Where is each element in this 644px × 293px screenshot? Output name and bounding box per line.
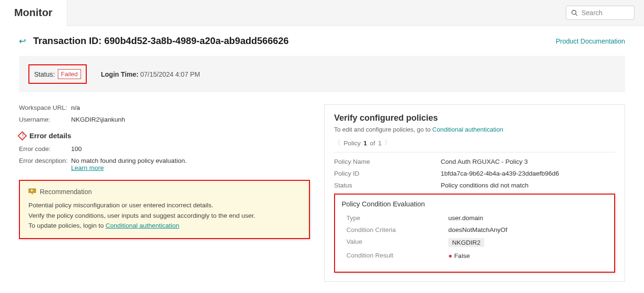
status-block-highlight: Status: Failed [28,64,87,84]
learn-more-link[interactable]: Learn more [71,164,104,171]
eval-criteria-value: doesNotMatchAnyOf [448,226,508,233]
page-section-title: Monitor [0,0,67,26]
error-desc-label: Error description: [19,157,71,171]
transaction-id-value: 690b4d52-3a8b-4989-a20a-ab9add566626 [104,36,289,46]
recommendation-box: Recommendation Potential policy misconfi… [19,180,310,239]
status-dot-icon: ● [448,252,452,259]
login-time-value: 07/15/2024 4:07 PM [140,71,200,78]
policy-name-value: Cond Auth RGUXAC - Policy 3 [441,158,528,165]
error-details-heading-text: Error details [29,132,71,140]
workspace-url-label: Workspace URL: [19,104,71,111]
policy-name-label: Policy Name [334,158,441,165]
pager-current: 1 [363,140,367,147]
pager-mid: of [370,140,375,147]
svg-line-1 [576,14,578,16]
eval-type-label: Type [346,214,448,222]
login-time: Login Time: 07/15/2024 4:07 PM [101,71,200,78]
recommendation-heading: Recommendation [40,188,92,195]
search-input[interactable] [581,9,629,17]
status-label: Status: [34,71,55,78]
policy-id-value: 1bfda7ca-9b62-4b4a-a439-23ddaefb96d6 [441,170,559,177]
verify-policies-subtitle: To edit and configure policies, go to Co… [334,126,615,133]
username-label: Username: [19,116,71,123]
status-bar: Status: Failed Login Time: 07/15/2024 4:… [19,56,625,92]
verify-policies-title: Verify configured policies [334,113,615,123]
chevron-left-icon[interactable]: 〈 [334,139,341,147]
recommendation-icon [28,188,36,195]
transaction-id-prefix: Transaction ID: [33,36,104,46]
search-wrapper[interactable] [566,6,635,20]
recommendation-line3-prefix: To update policies, login to [28,222,106,229]
product-documentation-link[interactable]: Product Documentation [556,37,625,45]
workspace-url-value: n/a [71,104,80,111]
error-code-value: 100 [71,145,82,152]
error-code-label: Error code: [19,145,71,152]
topbar: Monitor [0,0,644,26]
policy-condition-evaluation-box: Policy Condition Evaluation Type user.do… [334,194,615,273]
error-desc-text: No match found during policy evaluation. [71,157,187,164]
username-value: NKGDIR2\jiankunh [71,116,125,123]
search-icon [571,9,578,16]
conditional-auth-link-2[interactable]: Conditional authentication [432,126,503,133]
back-icon[interactable]: ↩ [19,36,26,46]
status-badge: Failed [58,69,81,79]
error-icon [18,131,27,141]
chevron-right-icon[interactable]: 〉 [384,139,391,147]
left-column: Workspace URL: n/a Username: NKGDIR2\jia… [19,104,310,282]
eval-value-label: Value [346,238,448,247]
error-details-heading: Error details [19,132,310,140]
verify-policies-subtitle-prefix: To edit and configure policies, go to [334,126,432,133]
page-title: Transaction ID: 690b4d52-3a8b-4989-a20a-… [33,36,289,46]
recommendation-line1: Potential policy misconfiguration or use… [28,200,300,211]
policy-pager: 〈 Policy 1 of 1 〉 [334,139,615,152]
eval-result-text: False [454,252,470,259]
recommendation-line3: To update policies, login to Conditional… [28,221,300,231]
policy-condition-evaluation-heading: Policy Condition Evaluation [342,200,608,208]
title-row: ↩ Transaction ID: 690b4d52-3a8b-4989-a20… [19,36,625,46]
eval-result-label: Condition Result [346,252,448,259]
policy-status-label: Status [334,182,441,189]
eval-type-value: user.domain [448,214,483,222]
eval-result-value: ●False [448,252,470,259]
eval-value-chip: NKGDIR2 [448,238,484,247]
pager-total: 1 [378,140,382,147]
eval-value-value: NKGDIR2 [448,238,484,247]
svg-point-0 [572,10,576,15]
policy-status-value: Policy conditions did not match [441,182,528,189]
policy-id-label: Policy ID [334,170,441,177]
pager-prefix: Policy [344,140,361,147]
conditional-auth-link[interactable]: Conditional authentication [106,222,179,229]
recommendation-line2: Verify the policy conditions, user input… [28,211,300,221]
right-column: Verify configured policies To edit and c… [324,104,625,282]
eval-criteria-label: Condition Criteria [346,226,448,233]
login-time-label: Login Time: [101,71,138,78]
error-desc-value: No match found during policy evaluation.… [71,157,187,171]
